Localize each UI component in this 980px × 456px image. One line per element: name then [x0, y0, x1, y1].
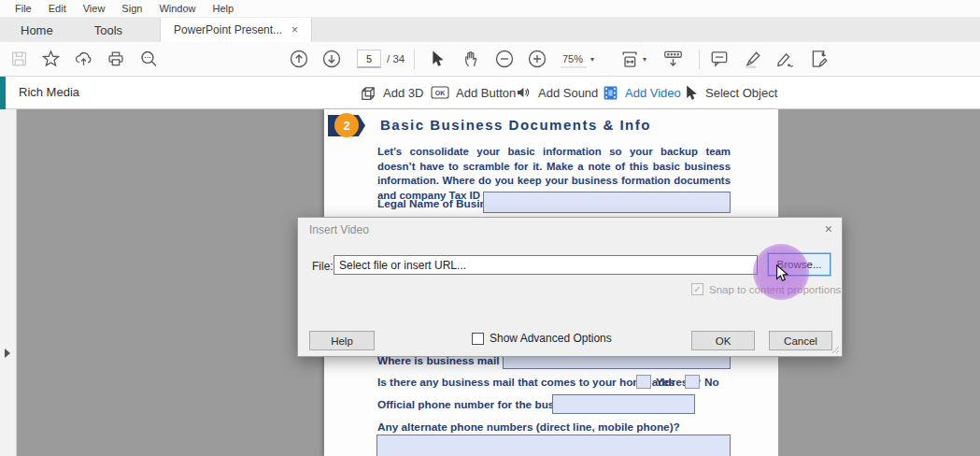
share-icon[interactable] — [75, 50, 92, 67]
chevron-down-icon: ▾ — [590, 55, 594, 64]
toolbar-collapse-icon[interactable] — [663, 50, 683, 68]
page-number-input[interactable] — [357, 50, 381, 68]
tab-home[interactable]: Home — [0, 18, 74, 42]
snap-label: Snap to content proportions — [709, 284, 841, 295]
resize-grip[interactable] — [831, 346, 840, 354]
home-mail-label: Is there any business mail that comes to… — [377, 376, 701, 389]
chevron-down-icon: ▾ — [643, 55, 646, 64]
add-3d-button[interactable]: Add 3D — [360, 77, 423, 108]
advanced-options-row: Show Advanced Options — [472, 332, 612, 345]
legal-name-field[interactable] — [483, 192, 731, 213]
menu-edit[interactable]: Edit — [41, 1, 74, 16]
menu-view[interactable]: View — [76, 1, 113, 16]
browse-button[interactable]: Browse... — [768, 253, 831, 276]
tab-document[interactable]: PowerPoint Present... × — [160, 18, 312, 42]
alt-phone-field[interactable] — [376, 435, 731, 456]
phone-field[interactable] — [552, 394, 695, 414]
expand-pane-icon[interactable] — [5, 349, 10, 358]
zoom-level-dropdown[interactable]: 75% ▾ — [561, 50, 594, 68]
rich-media-toolbar: Rich Media Add 3D OK Add Button Add Soun… — [0, 77, 980, 109]
add-3d-label: Add 3D — [383, 86, 423, 100]
insert-video-dialog: Insert Video × File: Browse... ✓ Snap to… — [297, 217, 843, 357]
speaker-icon — [515, 85, 532, 100]
rich-media-accent — [0, 77, 6, 109]
highlight-icon[interactable] — [744, 50, 762, 68]
acrobat-window: File Edit View Sign Window Help Home Too… — [0, 0, 980, 456]
tab-close-icon[interactable]: × — [291, 24, 298, 36]
search-icon[interactable] — [140, 50, 158, 68]
star-icon[interactable] — [42, 50, 60, 68]
save-icon[interactable] — [11, 51, 27, 67]
fill-sign-icon[interactable] — [809, 50, 828, 68]
add-sound-label: Add Sound — [538, 86, 598, 100]
add-video-label: Add Video — [625, 86, 681, 100]
zoom-in-icon[interactable] — [528, 50, 547, 68]
main-toolbar: / 34 75% ▾ ▾ — [0, 42, 980, 77]
no-label: No — [704, 376, 719, 389]
cube-icon — [360, 84, 376, 101]
section-number: 2 — [343, 119, 349, 133]
ok-button-icon: OK — [431, 85, 449, 100]
add-sound-button[interactable]: Add Sound — [515, 77, 598, 108]
select-object-button[interactable]: Select Object — [685, 77, 777, 108]
navigation-pane-rail[interactable] — [0, 109, 17, 456]
sign-icon[interactable] — [776, 50, 796, 68]
alt-phone-label: Any alternate phone numbers (direct line… — [377, 420, 680, 434]
tab-bar: Home Tools PowerPoint Present... × — [0, 18, 980, 42]
svg-text:OK: OK — [435, 90, 446, 96]
print-icon[interactable] — [107, 51, 124, 67]
help-button[interactable]: Help — [309, 331, 375, 350]
advanced-options-label: Show Advanced Options — [490, 332, 612, 345]
page-number-field[interactable] — [357, 50, 381, 68]
menu-file[interactable]: File — [7, 1, 39, 16]
menu-bar: File Edit View Sign Window Help — [0, 0, 980, 18]
film-icon — [603, 85, 618, 101]
rich-media-title: Rich Media — [19, 85, 79, 99]
section-heading: Basic Business Documents & Info — [380, 117, 651, 133]
page-fit-dropdown[interactable]: ▾ — [620, 50, 646, 68]
select-tool-icon[interactable] — [431, 50, 446, 67]
advanced-options-checkbox[interactable] — [472, 333, 484, 345]
hand-tool-icon[interactable] — [463, 50, 481, 68]
file-url-input[interactable] — [334, 255, 758, 275]
add-button-button[interactable]: OK Add Button — [431, 77, 516, 108]
toolbar-separator — [699, 50, 700, 69]
previous-page-icon[interactable] — [290, 50, 308, 68]
section-number-badge: 2 — [334, 113, 359, 137]
add-button-label: Add Button — [456, 86, 516, 100]
dialog-title: Insert Video — [309, 223, 369, 236]
add-video-button[interactable]: Add Video — [603, 77, 681, 108]
page-total-label: / 34 — [387, 53, 405, 64]
ok-button[interactable]: OK — [691, 331, 755, 350]
no-checkbox[interactable] — [685, 375, 700, 389]
snap-checkbox[interactable]: ✓ — [691, 283, 703, 295]
comment-icon[interactable] — [710, 50, 729, 68]
file-label: File: — [312, 260, 334, 273]
menu-window[interactable]: Window — [151, 1, 203, 16]
dialog-close-icon[interactable]: × — [825, 222, 832, 235]
tab-tools[interactable]: Tools — [74, 18, 143, 42]
yes-checkbox[interactable] — [636, 375, 651, 389]
zoom-out-icon[interactable] — [495, 50, 514, 68]
cancel-button[interactable]: Cancel — [769, 331, 832, 350]
menu-sign[interactable]: Sign — [114, 1, 149, 16]
tab-document-title: PowerPoint Present... — [174, 23, 282, 36]
select-object-label: Select Object — [705, 86, 777, 100]
next-page-icon[interactable] — [322, 50, 341, 68]
snap-proportions-checkbox-row: ✓ Snap to content proportions — [691, 283, 841, 295]
arrow-pointer-icon — [685, 85, 699, 101]
yes-label: Yes — [656, 376, 675, 389]
toolbar-separator — [414, 50, 415, 69]
menu-help[interactable]: Help — [206, 1, 242, 16]
